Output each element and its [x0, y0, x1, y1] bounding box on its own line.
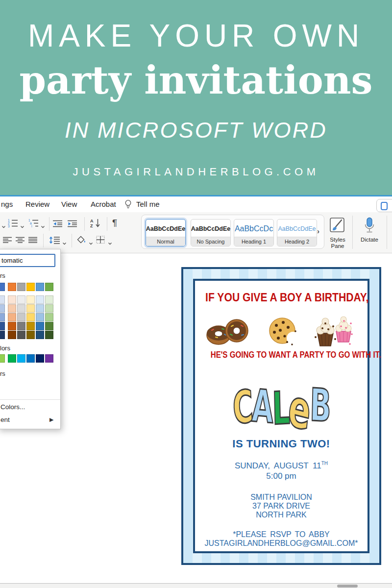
chevron-down-icon[interactable]: [108, 239, 112, 247]
style-heading-2[interactable]: AaBbCcDdEe Heading 2: [277, 219, 317, 246]
style-preview: AaBbCcDdEe: [277, 220, 317, 238]
color-swatch[interactable]: [36, 322, 44, 330]
tab-mailings-partial[interactable]: ngs: [1, 196, 13, 212]
style-preview: AaBbCcDc: [234, 220, 273, 238]
dictate-label[interactable]: Dictate: [356, 237, 383, 243]
color-swatch[interactable]: [0, 313, 5, 321]
color-swatch[interactable]: [0, 354, 5, 363]
color-swatch[interactable]: [0, 322, 5, 330]
color-swatch[interactable]: [26, 322, 35, 330]
styles-pane-label-line1: Styles: [324, 237, 351, 243]
color-swatch[interactable]: [8, 283, 16, 291]
tab-view[interactable]: View: [61, 196, 77, 212]
borders-icon[interactable]: [96, 236, 105, 246]
invitation-subtitle: IS TURNING TWO!: [195, 438, 368, 450]
color-swatch[interactable]: [8, 331, 16, 339]
menu-item-automatic[interactable]: tomatic: [0, 254, 55, 267]
banner-website: JUSTAGIRLANDHERBLOG.COM: [0, 166, 392, 178]
styles-pane-icon[interactable]: [329, 217, 346, 237]
style-no-spacing[interactable]: AaBbCcDdEe No Spacing: [191, 219, 231, 246]
color-swatch[interactable]: [8, 322, 16, 330]
dictate-microphone-icon[interactable]: [364, 216, 375, 237]
horizontal-scrollbar[interactable]: [0, 583, 392, 588]
menu-item-gradient[interactable]: ent: [0, 416, 10, 423]
color-swatch[interactable]: [45, 354, 53, 363]
shading-icon[interactable]: [76, 236, 86, 246]
increase-indent-icon[interactable]: [68, 220, 77, 229]
decrease-indent-icon[interactable]: [53, 220, 63, 229]
color-swatch[interactable]: [26, 354, 35, 363]
color-swatch[interactable]: [26, 304, 35, 313]
align-left-icon[interactable]: [3, 237, 12, 245]
svg-text:A: A: [90, 219, 94, 223]
color-swatch[interactable]: [36, 331, 44, 339]
menu-item-more-colors[interactable]: Colors...: [0, 403, 25, 411]
pilcrow-icon[interactable]: ¶: [112, 218, 117, 228]
color-swatch[interactable]: [17, 331, 25, 339]
name-letter: A: [251, 383, 273, 430]
color-swatch[interactable]: [17, 322, 25, 330]
color-swatch[interactable]: [36, 283, 44, 291]
multilevel-list-icon[interactable]: 1 a i: [28, 219, 39, 229]
chevron-down-icon[interactable]: [41, 222, 45, 231]
tab-review[interactable]: Review: [25, 196, 49, 212]
chevron-down-icon[interactable]: [89, 239, 93, 247]
partial-search-box[interactable]: [376, 199, 392, 212]
tab-tell-me[interactable]: Tell me: [136, 196, 160, 212]
align-justify-icon[interactable]: [28, 237, 38, 245]
color-swatch[interactable]: [45, 304, 53, 313]
line-spacing-icon[interactable]: [49, 236, 60, 246]
color-swatch[interactable]: [0, 331, 5, 339]
chevron-down-icon[interactable]: [62, 239, 67, 247]
style-heading-1[interactable]: AaBbCcDc Heading 1: [234, 219, 274, 246]
color-swatch[interactable]: [0, 304, 5, 313]
color-swatch[interactable]: [8, 313, 16, 321]
theme-colors-label-partial: rs: [0, 272, 5, 279]
color-swatch[interactable]: [26, 283, 35, 291]
banner-title-line2: party invitations: [0, 58, 392, 102]
styles-pane-label[interactable]: Styles Pane: [324, 237, 351, 249]
tab-acrobat[interactable]: Acrobat: [91, 196, 116, 212]
gallery-more-arrow-icon[interactable]: ›: [317, 227, 319, 235]
color-swatch[interactable]: [26, 331, 35, 339]
align-center-icon[interactable]: [16, 237, 25, 245]
svg-text:i: i: [31, 224, 32, 227]
style-label: Heading 1: [234, 237, 273, 246]
color-swatch[interactable]: [8, 295, 16, 304]
color-swatch[interactable]: [36, 354, 44, 363]
sort-icon[interactable]: A Z: [90, 218, 100, 230]
color-swatch[interactable]: [45, 295, 53, 304]
color-swatch[interactable]: [26, 295, 35, 304]
color-swatch[interactable]: [8, 354, 16, 363]
color-swatch[interactable]: [36, 313, 44, 321]
cupcakes-icon: [312, 312, 354, 351]
cookie-icon: [269, 317, 299, 350]
name-letter: e: [286, 381, 312, 439]
color-swatch[interactable]: [36, 295, 44, 304]
banner-title-line3: IN MICROSOFT WORD: [0, 118, 392, 143]
color-swatch[interactable]: [26, 313, 35, 321]
color-swatch[interactable]: [17, 313, 25, 321]
color-swatch[interactable]: [17, 354, 25, 363]
invitation-rsvp-line2: JUSTAGIRLANDHERBLOG@GMAIL.COM*: [195, 539, 368, 548]
style-normal[interactable]: AaBbCcDdEe Normal: [146, 219, 186, 246]
color-swatch[interactable]: [45, 313, 53, 321]
horizontal-scrollbar-thumb[interactable]: [337, 585, 358, 588]
color-swatch[interactable]: [17, 295, 25, 304]
chevron-down-icon[interactable]: [20, 222, 24, 231]
color-swatch[interactable]: [36, 304, 44, 313]
color-swatch[interactable]: [0, 283, 5, 291]
color-swatch[interactable]: [17, 304, 25, 313]
menu-divider: [0, 399, 60, 400]
svg-text:Z: Z: [90, 223, 93, 228]
color-swatch[interactable]: [45, 322, 53, 330]
color-swatch[interactable]: [45, 283, 53, 291]
color-swatch[interactable]: [8, 304, 16, 313]
color-swatch[interactable]: [17, 283, 25, 291]
invitation-venue-street: 37 PARK DRIVE: [195, 502, 368, 511]
color-swatch[interactable]: [45, 331, 53, 339]
color-swatch[interactable]: [0, 295, 5, 304]
style-label: Heading 2: [277, 237, 317, 246]
numbered-list-icon[interactable]: 1 2 3: [8, 219, 18, 229]
chevron-down-icon[interactable]: [1, 222, 6, 231]
